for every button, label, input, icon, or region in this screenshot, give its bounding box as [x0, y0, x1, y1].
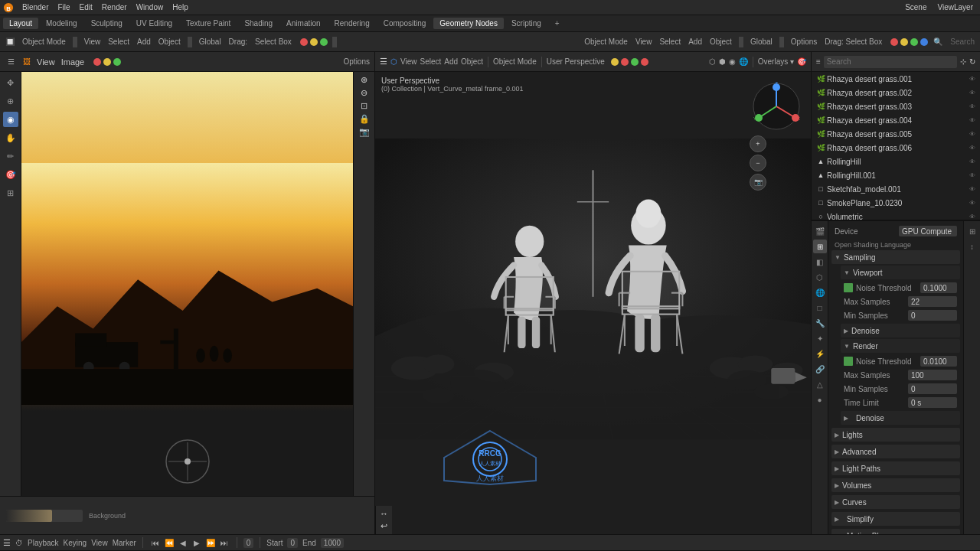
object-menu[interactable]: Object [156, 37, 183, 46]
zoom-out-vp-btn[interactable]: − [750, 155, 766, 171]
tab-texture-paint[interactable]: Texture Paint [180, 18, 237, 29]
select-box-btn[interactable]: Select Box [253, 37, 294, 46]
view-menu[interactable]: View [82, 37, 103, 46]
viewport-menu-icon[interactable]: ☰ [380, 57, 387, 67]
prop-tab-constraints[interactable]: 🔗 [813, 362, 827, 376]
frame-counter[interactable]: 0 [243, 538, 254, 548]
nav-axes-widget[interactable]: Z X Y [750, 80, 803, 133]
render-sub-header[interactable]: ▼ Render [841, 339, 960, 353]
move-tool-btn[interactable]: ✥ [3, 75, 18, 90]
keying-btn[interactable]: Keying [64, 539, 87, 547]
zoom-out-btn[interactable]: ⊖ [361, 88, 368, 98]
play-btn[interactable]: ▶ [191, 536, 203, 549]
select-right[interactable]: Select [657, 37, 683, 46]
visibility-toggle[interactable]: 👁 [968, 143, 977, 152]
light-paths-header[interactable]: ▶ Light Paths [831, 461, 960, 475]
vp-sidebar-tool2[interactable]: ↩ [381, 521, 387, 531]
image-viewer[interactable] [21, 72, 353, 496]
left-panel-menu-icon[interactable]: ☰ [5, 56, 17, 68]
picker-tool-btn[interactable]: 🎯 [3, 167, 18, 182]
rnd-minsamp-value[interactable]: 0 [908, 383, 957, 394]
vp-minsamp-value[interactable]: 0 [908, 310, 957, 321]
outliner-item-6[interactable]: ▲RollingHill👁 [812, 155, 980, 168]
overlays-btn[interactable]: Overlays ▾ [758, 57, 794, 66]
playback-btn[interactable]: Playback [28, 539, 59, 547]
visibility-toggle[interactable]: 👁 [968, 116, 977, 125]
select-menu[interactable]: Select [106, 37, 132, 46]
props-right-icon1[interactable]: ⊞ [965, 224, 979, 238]
outliner-item-10[interactable]: ○Volumetric👁 [812, 210, 980, 220]
viewport-sub-header[interactable]: ▼ Viewport [841, 266, 960, 279]
menu-render[interactable]: Render [98, 3, 131, 11]
gizmos-btn[interactable]: 🎯 [797, 57, 806, 66]
skip-start-btn[interactable]: ⏮ [149, 536, 162, 549]
fit-btn[interactable]: ⊡ [361, 101, 368, 111]
menu-edit[interactable]: Edit [76, 3, 96, 11]
tab-sculpting[interactable]: Sculpting [85, 18, 129, 29]
prop-tab-particle[interactable]: ✦ [813, 331, 827, 345]
zoom-tool-btn[interactable]: ⊕ [3, 93, 18, 109]
visibility-toggle[interactable]: 👁 [968, 184, 977, 194]
open-shading-label[interactable]: Open Shading Language [835, 241, 911, 249]
prop-tab-view-layer[interactable]: ◧ [813, 255, 827, 269]
marker-btn[interactable]: Marker [113, 539, 136, 547]
denoise-header[interactable]: ▶ Denoise [841, 324, 960, 337]
search-right-icon[interactable]: 🔍 [931, 37, 945, 46]
tab-rendering[interactable]: Rendering [328, 18, 376, 29]
gizmo-widget[interactable] [165, 439, 211, 484]
add-menu[interactable]: Add [135, 37, 153, 46]
skip-end-btn[interactable]: ⏭ [218, 536, 230, 549]
drag-selector[interactable]: Drag: [227, 37, 250, 46]
outliner-item-9[interactable]: □SmokePlane_10.0230👁 [812, 196, 980, 210]
visibility-toggle[interactable]: 👁 [968, 74, 977, 83]
props-right-icon2[interactable]: ↕ [965, 240, 979, 253]
advanced-header[interactable]: ▶ Advanced [831, 445, 960, 458]
camera-btn[interactable]: 📷 [359, 127, 370, 137]
shading-solid-btn[interactable]: ⬢ [719, 57, 726, 66]
orientation-selector[interactable]: Global [197, 37, 224, 46]
pan-tool-btn[interactable]: ✋ [3, 130, 18, 145]
menu-blender[interactable]: Blender [18, 3, 52, 11]
outliner-item-4[interactable]: 🌿Rhazya desert grass.005👁 [812, 127, 980, 141]
sampling-header[interactable]: ▼ Sampling [831, 250, 960, 264]
shading-wire-btn[interactable]: ⬡ [709, 57, 716, 66]
next-frame-btn[interactable]: ⏩ [204, 536, 217, 549]
prop-tab-world[interactable]: 🌐 [813, 285, 827, 299]
image-label[interactable]: Image [61, 57, 85, 67]
prop-tab-output[interactable]: ⊞ [813, 240, 827, 253]
prop-tab-object[interactable]: □ [813, 301, 827, 315]
menu-help[interactable]: Help [168, 3, 192, 11]
timeline-menu-icon[interactable]: ☰ [3, 538, 11, 548]
outliner-item-0[interactable]: 🌿Rhazya desert grass.001👁 [812, 72, 980, 86]
options-btn[interactable]: Options [789, 37, 819, 46]
visibility-toggle[interactable]: 👁 [968, 212, 977, 220]
object-mode-right[interactable]: Object Mode [582, 37, 630, 46]
color-slider[interactable] [6, 510, 83, 522]
vp-sidebar-tool1[interactable]: ↔ [380, 509, 388, 518]
prop-tab-scene[interactable]: ⬡ [813, 270, 827, 284]
vp-noise-checkbox[interactable] [844, 283, 853, 292]
outliner-search[interactable] [824, 56, 957, 68]
select-menu-vp[interactable]: Select [420, 57, 442, 66]
visibility-toggle[interactable]: 👁 [968, 102, 977, 111]
simplify-header[interactable]: ▶ Simplify [831, 512, 960, 526]
view-perspective[interactable]: User Perspective [547, 57, 605, 66]
visibility-toggle[interactable]: 👁 [968, 129, 977, 139]
tab-compositing[interactable]: Compositing [377, 18, 433, 29]
outliner-item-1[interactable]: 🌿Rhazya desert grass.002👁 [812, 86, 980, 99]
add-menu-vp[interactable]: Add [444, 57, 458, 66]
view-menu-vp[interactable]: View [400, 57, 417, 66]
global-right[interactable]: Global [748, 37, 775, 46]
play-back-btn[interactable]: ◀ [177, 536, 189, 549]
rnd-timelimit-value[interactable]: 0 s [908, 397, 957, 408]
tab-scripting[interactable]: Scripting [505, 18, 547, 29]
outliner-item-5[interactable]: 🌿Rhazya desert grass.006👁 [812, 141, 980, 155]
denoise2-header[interactable]: ▶ Denoise [841, 411, 960, 425]
tab-shading[interactable]: Shading [238, 18, 279, 29]
zoom-in-vp-btn[interactable]: + [750, 135, 766, 152]
render-display-mode[interactable]: Options [344, 57, 370, 66]
visibility-toggle[interactable]: 👁 [968, 198, 977, 207]
visibility-toggle[interactable]: 👁 [968, 88, 977, 97]
mode-selector[interactable]: Object Mode [20, 37, 68, 46]
vp-noise-value[interactable]: 0.1000 [920, 282, 957, 293]
